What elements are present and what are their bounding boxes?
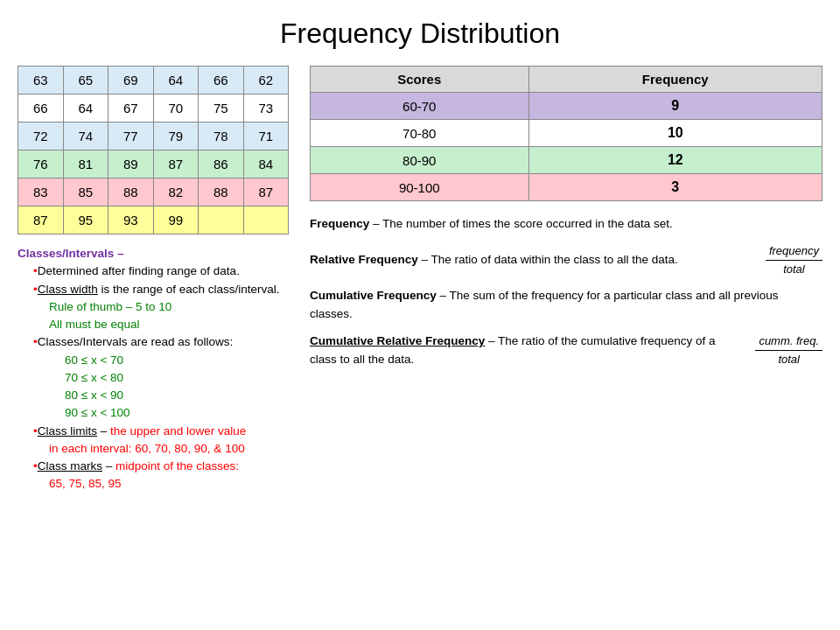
data-table-cell: 66 — [199, 66, 244, 94]
freq-table-cell-frequency: 3 — [528, 174, 822, 201]
freq-table-header-scores: Scores — [311, 66, 529, 93]
data-table-cell: 69 — [108, 66, 154, 94]
freq-table-cell-scores: 90-100 — [311, 174, 529, 201]
data-table-cell: 70 — [153, 94, 199, 122]
data-table-cell: 95 — [63, 206, 108, 234]
data-table-cell: 82 — [153, 178, 199, 206]
freq-table-row: 70-8010 — [311, 120, 822, 147]
data-table-cell: 86 — [199, 150, 244, 178]
data-table-cell: 63 — [18, 66, 64, 94]
def-cumulative-relative-frequency: Cumulative Relative Frequency – The rati… — [310, 332, 822, 369]
freq-table-cell-frequency: 10 — [528, 120, 822, 147]
freq-table-cell-scores: 80-90 — [311, 147, 529, 174]
data-table: 6365696466626664677075737274777978717681… — [18, 66, 289, 234]
data-table-row: 636569646662 — [18, 66, 289, 94]
data-table-cell: 71 — [243, 122, 289, 150]
freq-table-cell-scores: 60-70 — [311, 93, 529, 120]
data-table-cell: 81 — [63, 150, 108, 178]
def-relative-frequency: Relative Frequency – The ratio of data w… — [310, 242, 822, 278]
freq-table-cell-scores: 70-80 — [311, 120, 529, 147]
freq-table-cell-frequency: 9 — [528, 93, 822, 120]
data-table-cell: 76 — [18, 150, 64, 178]
data-table-cell: 64 — [63, 94, 108, 122]
frequency-table: Scores Frequency 60-70970-801080-901290-… — [310, 66, 822, 201]
notes-section: Classes/Intervals – •Determined after fi… — [18, 245, 289, 494]
definitions-section: Frequency – The number of times the scor… — [310, 215, 822, 369]
right-panel: Scores Frequency 60-70970-801080-901290-… — [310, 66, 822, 378]
freq-table-header-frequency: Frequency — [528, 66, 822, 93]
data-table-cell: 84 — [243, 150, 289, 178]
left-panel: 6365696466626664677075737274777978717681… — [18, 66, 289, 494]
data-table-cell: 89 — [108, 150, 154, 178]
def-cumulative-frequency-title: Cumulative Frequency — [310, 289, 437, 302]
data-table-cell: 73 — [243, 94, 289, 122]
data-table-cell: 85 — [63, 178, 108, 206]
data-table-row: 838588828887 — [18, 178, 289, 206]
def-cumulative-relative-frequency-title: Cumulative Relative Frequency — [310, 334, 485, 347]
freq-table-row: 80-9012 — [311, 147, 822, 174]
data-table-cell: 62 — [243, 66, 289, 94]
data-table-cell: 87 — [18, 206, 64, 234]
def-frequency-text: – The number of times the score occurred… — [373, 217, 673, 230]
data-table-cell: 74 — [63, 122, 108, 150]
data-table-cell: 67 — [108, 94, 154, 122]
data-table-row: 727477797871 — [18, 122, 289, 150]
data-table-cell: 78 — [199, 122, 244, 150]
data-table-cell: 66 — [18, 94, 64, 122]
data-table-cell: 99 — [153, 206, 199, 234]
data-table-row: 768189878684 — [18, 150, 289, 178]
def-frequency-title: Frequency — [310, 217, 369, 230]
data-table-cell: 88 — [108, 178, 154, 206]
data-table-row: 666467707573 — [18, 94, 289, 122]
relative-frequency-formula: frequency total — [766, 242, 822, 278]
data-table-cell: 72 — [18, 122, 64, 150]
data-table-cell: 87 — [243, 178, 289, 206]
data-table-row: 87959399 — [18, 206, 289, 234]
freq-table-row: 90-1003 — [311, 174, 822, 201]
def-cumulative-frequency: Cumulative Frequency – The sum of the fr… — [310, 287, 822, 324]
cumulative-relative-frequency-formula: cumm. freq. total — [755, 332, 822, 368]
data-table-cell: 77 — [108, 122, 154, 150]
data-table-cell: 75 — [199, 94, 244, 122]
data-table-cell: 87 — [153, 150, 199, 178]
page-title: Frequency Distribution — [18, 18, 822, 50]
def-frequency: Frequency – The number of times the scor… — [310, 215, 822, 234]
def-relative-frequency-text: – The ratio of data within the class to … — [422, 253, 678, 266]
freq-table-cell-frequency: 12 — [528, 147, 822, 174]
def-relative-frequency-title: Relative Frequency — [310, 253, 418, 266]
data-table-cell: 79 — [153, 122, 199, 150]
data-table-cell: 93 — [108, 206, 154, 234]
data-table-cell: 65 — [63, 66, 108, 94]
freq-table-row: 60-709 — [311, 93, 822, 120]
data-table-cell — [199, 206, 244, 234]
data-table-cell: 83 — [18, 178, 64, 206]
notes-title: Classes/Intervals – — [18, 247, 124, 260]
data-table-cell — [243, 206, 289, 234]
data-table-cell: 64 — [153, 66, 199, 94]
data-table-cell: 88 — [199, 178, 244, 206]
